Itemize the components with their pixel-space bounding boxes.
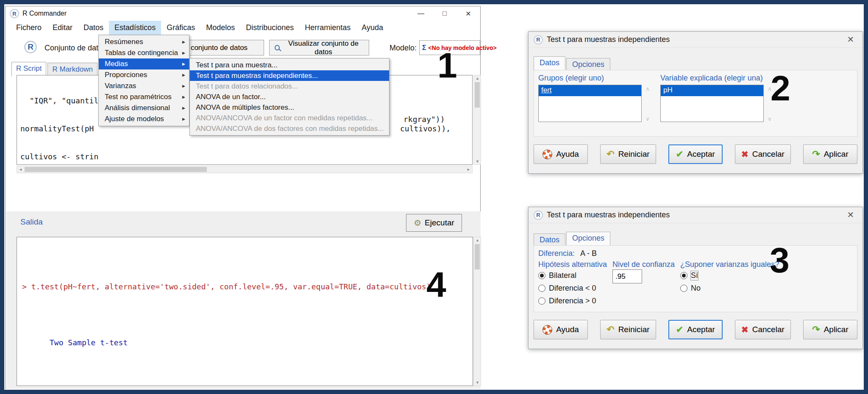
tab-datos[interactable]: Datos [534, 56, 565, 71]
apply-button[interactable]: ↷Aplicar [803, 144, 857, 164]
output-command: > t.test(pH~fert, alternative='two.sided… [22, 282, 473, 291]
close-icon[interactable]: ✕ [845, 210, 857, 220]
scroll-up-icon[interactable]: ∧ [645, 86, 650, 92]
dialog-title: Test t para muestras independientes [547, 211, 670, 219]
dialog-tabs: Datos Opciones [534, 232, 611, 247]
accept-button[interactable]: ✔Aceptar [668, 320, 723, 339]
difference-value: A - B [580, 249, 597, 258]
confidence-level-label: Nivel de confianza [612, 260, 675, 269]
submenu-item-test-t-independientes[interactable]: Test t para muestras independientes... [190, 70, 389, 81]
scroll-left-icon[interactable]: ◄ [19, 167, 22, 172]
scrollbar-thumb[interactable] [475, 82, 480, 108]
submenu-item-anova-multiples[interactable]: ANOVA de múltiples factores... [190, 102, 389, 113]
submenu-arrow-icon: ▶ [182, 95, 185, 99]
groups-listbox[interactable]: fert [538, 85, 642, 122]
menu-item-resumenes[interactable]: Resúmenes▶ [99, 36, 189, 47]
apply-button[interactable]: ↷Aplicar [803, 320, 857, 339]
menu-item-proporciones[interactable]: Proporciones▶ [99, 69, 189, 80]
menu-datos[interactable]: Datos [78, 21, 109, 35]
reset-button[interactable]: ↶Reiniciar [600, 144, 656, 164]
confidence-input[interactable] [612, 269, 642, 283]
variable-label: Variable explicada (elegir una) [660, 74, 763, 83]
submenu-arrow-icon: ▶ [182, 51, 185, 55]
maximize-button[interactable]: □ [433, 6, 456, 21]
tab-datos[interactable]: Datos [534, 233, 565, 247]
rcommander-logo-icon: R [10, 9, 19, 18]
dialog-title: Test t para muestras independientes [547, 35, 670, 44]
script-line-overflow: cultivos)), [400, 124, 451, 133]
lifebuoy-icon [542, 150, 552, 159]
menu-item-medias[interactable]: Medias▶ [99, 58, 189, 69]
variable-selected-item[interactable]: pH [661, 85, 763, 96]
script-vertical-scrollbar[interactable]: ▲ ▼ [473, 75, 481, 165]
menu-modelos[interactable]: Modelos [200, 21, 240, 35]
radio-si[interactable]: Sí [680, 271, 698, 280]
radio-no[interactable]: No [680, 284, 701, 293]
submenu-arrow-icon: ▶ [182, 40, 185, 44]
groups-selected-item[interactable]: fert [539, 85, 641, 96]
close-button[interactable]: ✕ [456, 6, 480, 21]
menu-graficas[interactable]: Gráficas [161, 21, 200, 35]
scroll-down-icon[interactable]: ∨ [768, 116, 772, 122]
undo-arrow-icon: ↶ [606, 149, 614, 160]
toolbar: R Conjunto de datos: conjunto de datos V… [6, 35, 480, 61]
submenu-arrow-icon: ▶ [182, 117, 185, 121]
submenu-item-test-t-una-muestra[interactable]: Test t para una muestra... [190, 60, 389, 70]
r-logo-icon: R [24, 41, 37, 53]
title-bar: R R Commander — □ ✕ [6, 6, 480, 21]
submenu-item-anova-un-factor[interactable]: ANOVA de un factor... [190, 92, 389, 102]
tab-opciones[interactable]: Opciones [566, 232, 610, 247]
menu-item-tablas-contingencia[interactable]: Tablas de contingencia▶ [99, 47, 189, 58]
menu-bar: Fichero Editar Datos Estadísticos Gráfic… [6, 21, 480, 35]
radio-bilateral[interactable]: Bilateral [538, 271, 576, 280]
dialog-tabs: Datos Opciones [534, 56, 611, 71]
scrollbar-thumb[interactable] [25, 167, 207, 172]
scroll-up-icon[interactable]: ▲ [476, 238, 479, 242]
close-icon[interactable]: ✕ [845, 34, 857, 44]
radio-diferencia-menor[interactable]: Diferencia < 0 [538, 284, 596, 293]
menu-item-analisis-dimensional[interactable]: Análisis dimensional▶ [99, 103, 189, 114]
radio-icon [538, 285, 545, 292]
submenu-item-ancova-dos-factores: ANOVA/ANCOVA de dos factores con medidas… [190, 123, 389, 134]
tab-rmarkdown[interactable]: R Markdown [47, 63, 97, 76]
view-dataset-button[interactable]: Visualizar conjunto de datos [269, 40, 369, 55]
script-line-overflow: rkgray")) [403, 115, 445, 124]
tab-opciones[interactable]: Opciones [566, 58, 610, 71]
scroll-down-icon[interactable]: ▼ [476, 380, 479, 385]
menu-estadisticos[interactable]: Estadísticos [109, 21, 161, 35]
menu-item-varianzas[interactable]: Varianzas▶ [99, 80, 189, 92]
cancel-button[interactable]: ✖Cancelar [735, 320, 791, 339]
radio-diferencia-mayor[interactable]: Diferencia > 0 [538, 297, 596, 305]
reset-button[interactable]: ↶Reiniciar [600, 320, 656, 339]
opciones-panel: Diferencia: A - B Hipótesis alternativa … [534, 245, 857, 312]
help-button[interactable]: Ayuda [534, 144, 588, 164]
menu-herramientas[interactable]: Herramientas [299, 21, 356, 35]
menu-editar[interactable]: Editar [47, 21, 78, 35]
sigma-icon: Σ [422, 44, 426, 52]
tab-rscript[interactable]: R Script [11, 62, 46, 76]
scroll-down-icon[interactable]: ∨ [645, 116, 650, 122]
menu-fichero[interactable]: Fichero [11, 21, 47, 35]
menu-item-test-no-parametricos[interactable]: Test no paramétricos▶ [99, 92, 189, 103]
script-horizontal-scrollbar[interactable]: ◄ ► [17, 166, 473, 173]
variable-listbox[interactable]: pH [660, 85, 764, 122]
help-button[interactable]: Ayuda [534, 320, 588, 339]
output-line: Two Sample t-test [22, 338, 473, 347]
execute-button[interactable]: ⚙ Ejecutar [406, 214, 462, 232]
cancel-button[interactable]: ✖Cancelar [735, 144, 791, 164]
scrollbar-thumb[interactable] [475, 244, 480, 269]
scroll-down-icon[interactable]: ▼ [476, 159, 479, 164]
groups-listbox-scroll[interactable]: ∧ ∨ [643, 86, 652, 122]
menu-ayuda[interactable]: Ayuda [356, 21, 389, 35]
accept-button[interactable]: ✔Aceptar [668, 144, 723, 164]
menu-item-ajuste-modelos[interactable]: Ajuste de modelos▶ [99, 114, 189, 125]
minimize-button[interactable]: — [409, 6, 433, 21]
menu-distribuciones[interactable]: Distribuciones [240, 21, 299, 35]
scroll-up-icon[interactable]: ▲ [476, 76, 479, 80]
view-dataset-label: Visualizar conjunto de datos [283, 39, 364, 56]
scroll-right-icon[interactable]: ► [467, 167, 470, 172]
output-vertical-scrollbar[interactable]: ▲ ▼ [473, 237, 481, 386]
output-console[interactable]: > t.test(pH~fert, alternative='two.sided… [17, 237, 473, 386]
output-pane: Salida ⚙ Ejecutar > t.test(pH~fert, alte… [6, 211, 481, 389]
datos-panel: Grupos (elegir uno) fert ∧ ∨ Variable ex… [534, 70, 857, 137]
